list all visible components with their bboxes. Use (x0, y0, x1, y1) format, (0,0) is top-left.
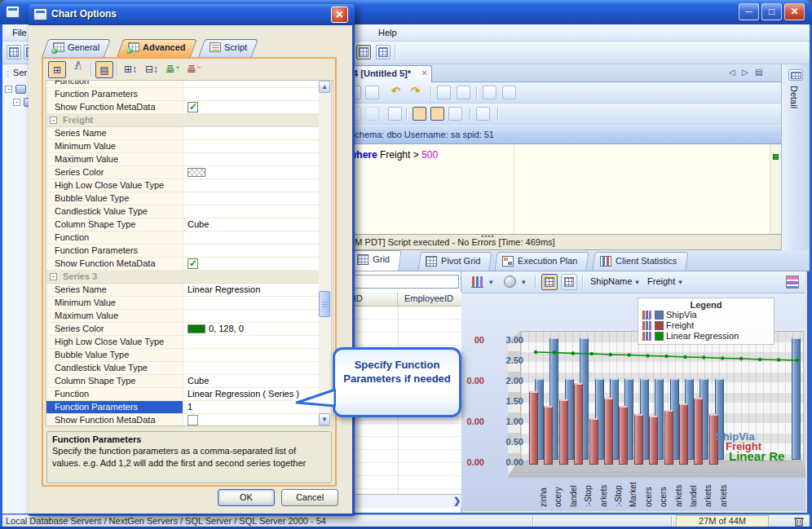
property-row[interactable]: Series Color0, 128, 0 (46, 323, 320, 336)
import-settings-button[interactable]: 🖶⁺ (164, 61, 182, 78)
property-row[interactable]: Function Parameters1 (46, 401, 320, 414)
text-results-toggle-icon[interactable] (448, 107, 462, 121)
tab-scroll-right-icon[interactable]: ▷ (742, 68, 748, 77)
property-row[interactable]: Candlestick Value Type (46, 362, 320, 375)
property-value[interactable] (183, 81, 320, 87)
tab-client-statistics[interactable]: Client Statistics (592, 252, 688, 271)
property-row[interactable]: Function Parameters (46, 245, 320, 258)
tab-advanced[interactable]: Advanced (120, 39, 194, 57)
show-chart-toggle[interactable] (541, 274, 558, 290)
export-settings-button[interactable]: 🖶⁻ (185, 61, 203, 78)
property-grid-scrollbar[interactable]: ▲ ▼ (319, 80, 332, 426)
dialog-close-button[interactable]: ✕ (331, 7, 348, 23)
property-value[interactable] (183, 231, 320, 244)
property-row[interactable]: Minimum Value (46, 297, 320, 310)
close-button[interactable]: ✕ (784, 3, 805, 20)
property-row[interactable]: Bubble Value Type (46, 349, 320, 362)
color-swatch[interactable] (188, 168, 205, 177)
scroll-right-icon[interactable]: ❯ (453, 496, 461, 506)
property-category-row[interactable]: -Series 3 (46, 271, 320, 284)
property-value[interactable] (183, 310, 320, 322)
property-row[interactable]: Show Function MetaData (46, 258, 320, 271)
history-icon[interactable] (476, 107, 490, 121)
property-value[interactable] (183, 140, 320, 152)
chart-type-icon[interactable] (471, 276, 483, 288)
property-row[interactable]: FunctionLinear Regression ( Series ) (46, 388, 320, 401)
checkbox-checked-icon[interactable] (188, 258, 198, 269)
property-row[interactable]: Series NameLinear Regression (46, 284, 320, 297)
menu-help[interactable]: Help (373, 27, 402, 38)
x-field-dropdown[interactable]: ShipName (590, 276, 639, 286)
tab-script[interactable]: Script (201, 39, 255, 57)
minimize-button[interactable]: ─ (739, 3, 759, 20)
column-divider[interactable] (397, 292, 398, 306)
property-row[interactable]: Series Name (46, 127, 320, 140)
memory-indicator[interactable]: 27M of 44M (676, 515, 769, 527)
maximize-button[interactable]: □ (761, 3, 782, 20)
register-server-icon[interactable] (7, 45, 21, 60)
undo-icon[interactable]: ↶ (391, 85, 400, 97)
chart-style-dropdown-icon[interactable] (519, 276, 526, 286)
property-value[interactable]: Linear Regression (183, 284, 320, 296)
property-value[interactable] (183, 179, 320, 192)
property-row[interactable]: Show Function MetaData (46, 414, 320, 426)
property-category-row[interactable]: -Freight (46, 114, 320, 127)
redo-icon[interactable]: ↷ (411, 85, 420, 97)
property-value[interactable] (183, 336, 320, 348)
property-value[interactable] (183, 258, 320, 270)
tab-execution-plan[interactable]: Execution Plan (494, 252, 589, 271)
checkbox-unchecked-icon[interactable] (188, 415, 198, 425)
sort-ascending-icon[interactable] (483, 86, 496, 99)
property-value[interactable] (183, 205, 320, 218)
tab-grid[interactable]: Grid (349, 250, 401, 271)
chart-style-icon[interactable] (504, 276, 516, 288)
scroll-up-icon[interactable]: ▲ (319, 81, 330, 93)
property-value[interactable] (183, 127, 320, 139)
ok-button[interactable]: OK (218, 489, 275, 506)
chart-type-dropdown-icon[interactable] (486, 276, 493, 286)
property-value[interactable] (183, 349, 320, 361)
alphabetical-sort-button[interactable]: AZ↓ (69, 61, 87, 78)
property-row[interactable]: Candlestick Value Type (46, 205, 320, 218)
scrollbar-thumb[interactable] (319, 291, 330, 317)
grid-filter-input[interactable] (345, 275, 459, 289)
tab-pivot-grid[interactable]: Pivot Grid (417, 252, 492, 271)
detail-tab[interactable]: Detail (789, 86, 799, 108)
property-value[interactable] (183, 414, 320, 426)
property-value[interactable] (183, 192, 320, 205)
property-value[interactable]: Cube (183, 218, 320, 231)
property-row[interactable]: Function (46, 231, 320, 245)
property-value[interactable] (183, 245, 320, 257)
property-row[interactable]: Show Function MetaData (46, 101, 320, 114)
format-sql-icon[interactable] (437, 86, 451, 99)
pivot-results-toggle-icon[interactable] (430, 107, 444, 121)
categorized-view-button[interactable]: ⊞ (48, 61, 66, 78)
sort-descending-icon[interactable] (502, 86, 516, 99)
chart-settings-toggle[interactable] (561, 274, 577, 290)
property-row[interactable]: Bubble Value Type (46, 192, 320, 205)
execute-icon[interactable] (388, 107, 402, 121)
property-row[interactable]: Function (46, 81, 320, 88)
dialog-title-bar[interactable]: Chart Options ✕ (29, 4, 355, 25)
legend-toggle-icon[interactable] (786, 276, 799, 289)
color-swatch[interactable] (188, 324, 205, 333)
property-value[interactable] (183, 88, 320, 100)
property-value[interactable]: 0, 128, 0 (183, 323, 320, 335)
property-pages-button[interactable]: ▤ (95, 61, 113, 78)
property-row[interactable]: High Low Close Value Type (46, 179, 320, 192)
collapse-all-button[interactable]: ⊟↕ (143, 61, 161, 78)
tab-list-icon[interactable]: ▤ (755, 68, 762, 77)
cancel-button[interactable]: Cancel (281, 489, 338, 506)
table-view-icon[interactable] (376, 45, 391, 60)
grid-results-toggle-icon[interactable] (413, 107, 426, 121)
property-value[interactable] (183, 166, 320, 179)
tab-general[interactable]: General (45, 39, 108, 57)
checkbox-checked-icon[interactable] (188, 102, 198, 112)
collapse-icon[interactable]: - (50, 273, 57, 280)
property-row[interactable]: Maximum Value (46, 310, 320, 323)
scroll-down-icon[interactable]: ▼ (319, 413, 330, 425)
property-row[interactable]: High Low Close Value Type (46, 336, 320, 349)
property-value[interactable] (183, 153, 320, 165)
tab-close-icon[interactable]: ✕ (421, 68, 428, 77)
grid-horizontal-scrollbar[interactable]: ❯ (341, 494, 461, 508)
